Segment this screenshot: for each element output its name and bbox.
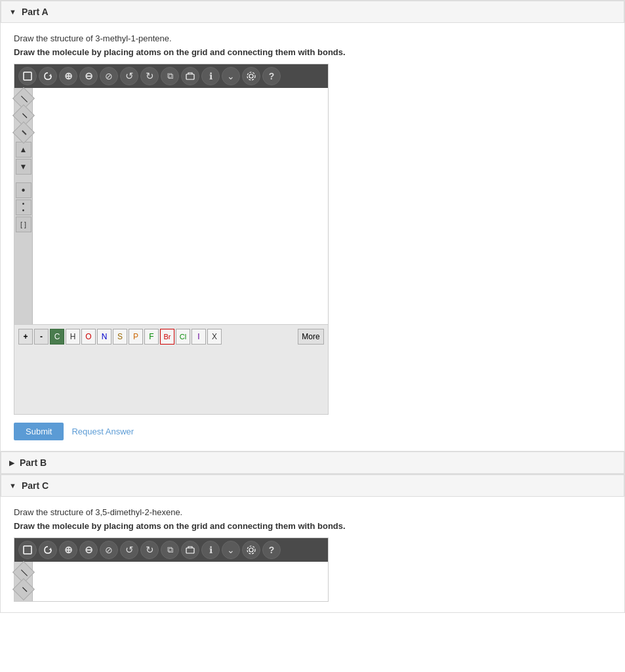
help-btn-c[interactable]: ? (262, 541, 281, 559)
editor-main-c: | || (14, 562, 328, 601)
zoom-reset-btn-a[interactable]: ⊘ (100, 67, 118, 85)
editor-main-a: | || ||| ▲ ▼ • •• [ ] (14, 88, 328, 324)
expand-btn-c[interactable]: ⌄ (222, 541, 240, 559)
part-c-body: Draw the structure of 3,5-dimethyl-2-hex… (1, 497, 624, 612)
svg-point-6 (249, 548, 253, 552)
part-a-arrow: ▼ (9, 8, 16, 16)
part-b-header[interactable]: ▶ Part B (1, 452, 624, 474)
part-c-arrow: ▼ (9, 482, 16, 490)
oxygen-btn-a[interactable]: O (81, 329, 96, 345)
svg-rect-1 (186, 74, 194, 79)
editor-canvas-c[interactable] (33, 562, 328, 601)
undo-btn-c[interactable]: ↺ (120, 541, 138, 559)
editor-extra-a (14, 348, 328, 414)
part-b-label: Part B (20, 457, 47, 468)
bracket-btn-a[interactable]: [ ] (16, 217, 31, 232)
chlorine-btn-a[interactable]: Cl (176, 329, 190, 345)
zoom-in-btn-c[interactable]: ⊕ (59, 541, 77, 559)
atom-bar-a: + - C H O N S P F Br Cl I X More (14, 324, 328, 348)
editor-toolbar-a: ⊕ ⊖ ⊘ ↺ ↻ ⧉ ℹ ⌄ ? (14, 64, 328, 88)
carbon-btn-a[interactable]: C (50, 329, 64, 345)
part-a-instruction-bold: Draw the molecule by placing atoms on th… (14, 47, 611, 57)
part-c-instruction: Draw the structure of 3,5-dimethyl-2-hex… (14, 507, 611, 517)
wedge-down-btn-a[interactable]: ▼ (16, 159, 31, 175)
molecule-editor-a: ⊕ ⊖ ⊘ ↺ ↻ ⧉ ℹ ⌄ ? | || (14, 64, 329, 415)
charge-plus-btn-a[interactable]: + (18, 329, 33, 345)
part-b-arrow: ▶ (9, 459, 14, 467)
zoom-reset-btn-c[interactable]: ⊘ (100, 541, 118, 559)
editor-left-tools-a: | || ||| ▲ ▼ • •• [ ] (14, 88, 33, 324)
svg-rect-5 (186, 548, 194, 553)
atom-dot2-btn-a[interactable]: •• (16, 200, 31, 215)
svg-point-2 (249, 74, 253, 78)
svg-point-3 (247, 72, 255, 80)
request-answer-link-a[interactable]: Request Answer (71, 427, 134, 436)
charge-minus-btn-a[interactable]: - (34, 329, 49, 345)
nitrogen-btn-a[interactable]: N (97, 329, 111, 345)
copy-btn-c[interactable]: ⧉ (161, 541, 179, 559)
atom-dot-btn-a[interactable]: • (16, 182, 31, 198)
svg-point-7 (247, 546, 255, 554)
editor-left-tools-c: | || (14, 562, 33, 601)
svg-rect-4 (24, 546, 31, 554)
molecule-editor-c: ⊕ ⊖ ⊘ ↺ ↻ ⧉ ℹ ⌄ ? | || (14, 537, 329, 602)
part-a-section: ▼ Part A Draw the structure of 3-methyl-… (0, 0, 625, 452)
part-b-section: ▶ Part B (0, 452, 625, 474)
part-c-instruction-bold: Draw the molecule by placing atoms on th… (14, 521, 611, 531)
delete-atom-btn-a[interactable]: X (207, 329, 222, 345)
part-a-body: Draw the structure of 3-methyl-1-pentene… (1, 23, 624, 451)
hydrogen-btn-a[interactable]: H (66, 329, 80, 345)
zoom-out-btn-c[interactable]: ⊖ (79, 541, 98, 559)
part-a-label: Part A (22, 7, 49, 17)
part-c-label: Part C (22, 480, 49, 491)
part-c-header[interactable]: ▼ Part C (1, 474, 624, 497)
zoom-out-btn-a[interactable]: ⊖ (79, 67, 98, 85)
svg-rect-0 (24, 72, 31, 80)
settings-btn-a[interactable] (242, 67, 260, 85)
help-btn-a[interactable]: ? (262, 67, 281, 85)
editor-canvas-a[interactable] (33, 88, 328, 324)
expand-btn-a[interactable]: ⌄ (222, 67, 240, 85)
submit-btn-a[interactable]: Submit (14, 423, 64, 440)
select-tool-btn-a[interactable] (18, 67, 37, 85)
more-btn-a[interactable]: More (298, 329, 324, 345)
wedge-up-btn-a[interactable]: ▲ (16, 142, 31, 158)
bromine-btn-a[interactable]: Br (160, 329, 174, 345)
template-btn-a[interactable] (181, 67, 199, 85)
select-tool-btn-c[interactable] (18, 541, 37, 559)
settings-btn-c[interactable] (242, 541, 260, 559)
bond-double-btn-c[interactable]: || (12, 578, 35, 600)
part-a-instruction: Draw the structure of 3-methyl-1-pentene… (14, 33, 611, 43)
action-row-a: Submit Request Answer (14, 423, 611, 440)
editor-toolbar-c: ⊕ ⊖ ⊘ ↺ ↻ ⧉ ℹ ⌄ ? (14, 538, 328, 562)
lasso-tool-btn-a[interactable] (39, 67, 57, 85)
sulfur-btn-a[interactable]: S (113, 329, 127, 345)
part-c-section: ▼ Part C Draw the structure of 3,5-dimet… (0, 474, 625, 613)
bond-triple-btn-a[interactable]: ||| (12, 121, 35, 144)
redo-btn-a[interactable]: ↻ (140, 67, 159, 85)
phosphorus-btn-a[interactable]: P (129, 329, 143, 345)
info-btn-c[interactable]: ℹ (201, 541, 220, 559)
part-a-header[interactable]: ▼ Part A (1, 1, 624, 23)
redo-btn-c[interactable]: ↻ (140, 541, 159, 559)
fluorine-btn-a[interactable]: F (144, 329, 159, 345)
copy-btn-a[interactable]: ⧉ (161, 67, 179, 85)
template-btn-c[interactable] (181, 541, 199, 559)
lasso-tool-btn-c[interactable] (39, 541, 57, 559)
iodine-btn-a[interactable]: I (192, 329, 206, 345)
info-btn-a[interactable]: ℹ (201, 67, 220, 85)
undo-btn-a[interactable]: ↺ (120, 67, 138, 85)
zoom-in-btn-a[interactable]: ⊕ (59, 67, 77, 85)
